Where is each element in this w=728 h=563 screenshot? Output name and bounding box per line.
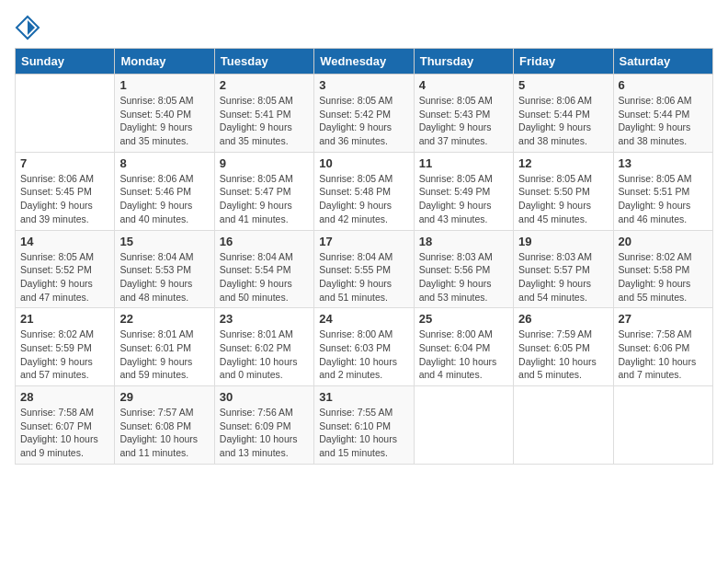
day-info: Sunrise: 8:05 AMSunset: 5:40 PMDaylight:… bbox=[119, 94, 209, 148]
day-info: Sunrise: 8:00 AMSunset: 6:04 PMDaylight:… bbox=[419, 327, 508, 382]
day-number: 4 bbox=[419, 78, 508, 92]
day-number: 13 bbox=[619, 156, 708, 170]
day-cell: 26Sunrise: 7:59 AMSunset: 6:05 PMDayligh… bbox=[514, 308, 613, 386]
header-saturday: Saturday bbox=[613, 49, 712, 75]
day-number: 28 bbox=[20, 390, 109, 404]
day-info: Sunrise: 8:05 AMSunset: 5:47 PMDaylight:… bbox=[220, 172, 309, 226]
day-cell bbox=[16, 75, 115, 153]
day-info: Sunrise: 8:03 AMSunset: 5:57 PMDaylight:… bbox=[518, 250, 608, 304]
day-number: 29 bbox=[119, 390, 209, 404]
day-cell: 6Sunrise: 8:06 AMSunset: 5:44 PMDaylight… bbox=[613, 75, 712, 153]
day-info: Sunrise: 7:56 AMSunset: 6:09 PMDaylight:… bbox=[220, 406, 309, 460]
header-monday: Monday bbox=[115, 49, 214, 75]
day-number: 14 bbox=[20, 235, 109, 248]
day-cell: 17Sunrise: 8:04 AMSunset: 5:55 PMDayligh… bbox=[314, 230, 414, 308]
day-cell: 20Sunrise: 8:02 AMSunset: 5:58 PMDayligh… bbox=[613, 230, 712, 308]
day-info: Sunrise: 8:05 AMSunset: 5:52 PMDaylight:… bbox=[20, 250, 109, 304]
day-cell: 18Sunrise: 8:03 AMSunset: 5:56 PMDayligh… bbox=[414, 230, 513, 308]
day-info: Sunrise: 8:06 AMSunset: 5:45 PMDaylight:… bbox=[20, 172, 109, 226]
day-number: 30 bbox=[220, 390, 309, 404]
day-number: 23 bbox=[220, 312, 309, 326]
day-cell: 3Sunrise: 8:05 AMSunset: 5:42 PMDaylight… bbox=[314, 75, 414, 153]
week-row-4: 28Sunrise: 7:58 AMSunset: 6:07 PMDayligh… bbox=[16, 386, 713, 465]
day-cell: 10Sunrise: 8:05 AMSunset: 5:48 PMDayligh… bbox=[314, 152, 414, 230]
day-number: 2 bbox=[220, 78, 309, 92]
day-number: 7 bbox=[20, 156, 109, 170]
day-info: Sunrise: 8:05 AMSunset: 5:42 PMDaylight:… bbox=[319, 94, 408, 148]
week-row-0: 1Sunrise: 8:05 AMSunset: 5:40 PMDaylight… bbox=[16, 75, 713, 153]
day-cell: 19Sunrise: 8:03 AMSunset: 5:57 PMDayligh… bbox=[514, 230, 613, 308]
day-cell: 22Sunrise: 8:01 AMSunset: 6:01 PMDayligh… bbox=[115, 308, 214, 386]
day-cell: 21Sunrise: 8:02 AMSunset: 5:59 PMDayligh… bbox=[16, 308, 115, 386]
day-info: Sunrise: 8:05 AMSunset: 5:49 PMDaylight:… bbox=[419, 172, 508, 226]
day-number: 15 bbox=[119, 235, 209, 248]
day-number: 22 bbox=[119, 312, 209, 326]
day-number: 17 bbox=[319, 235, 408, 248]
day-info: Sunrise: 8:04 AMSunset: 5:55 PMDaylight:… bbox=[319, 250, 408, 304]
day-info: Sunrise: 8:05 AMSunset: 5:51 PMDaylight:… bbox=[619, 172, 708, 226]
day-number: 1 bbox=[119, 78, 209, 92]
day-number: 10 bbox=[319, 156, 408, 170]
day-cell: 25Sunrise: 8:00 AMSunset: 6:04 PMDayligh… bbox=[414, 308, 513, 386]
day-number: 21 bbox=[20, 312, 109, 326]
day-number: 9 bbox=[220, 156, 309, 170]
week-row-2: 14Sunrise: 8:05 AMSunset: 5:52 PMDayligh… bbox=[16, 230, 713, 308]
day-info: Sunrise: 8:04 AMSunset: 5:54 PMDaylight:… bbox=[220, 250, 309, 304]
logo-icon bbox=[15, 15, 40, 40]
day-cell bbox=[514, 386, 613, 465]
day-cell: 2Sunrise: 8:05 AMSunset: 5:41 PMDaylight… bbox=[214, 75, 313, 153]
calendar-table: SundayMondayTuesdayWednesdayThursdayFrid… bbox=[15, 48, 713, 465]
day-number: 3 bbox=[319, 78, 408, 92]
day-cell: 5Sunrise: 8:06 AMSunset: 5:44 PMDaylight… bbox=[514, 75, 613, 153]
day-info: Sunrise: 8:05 AMSunset: 5:41 PMDaylight:… bbox=[220, 94, 309, 148]
page-header bbox=[15, 15, 713, 40]
day-cell: 27Sunrise: 7:58 AMSunset: 6:06 PMDayligh… bbox=[613, 308, 712, 386]
week-row-3: 21Sunrise: 8:02 AMSunset: 5:59 PMDayligh… bbox=[16, 308, 713, 386]
day-number: 8 bbox=[119, 156, 209, 170]
day-number: 11 bbox=[419, 156, 508, 170]
day-cell: 1Sunrise: 8:05 AMSunset: 5:40 PMDaylight… bbox=[115, 75, 214, 153]
header-wednesday: Wednesday bbox=[314, 49, 414, 75]
day-cell: 13Sunrise: 8:05 AMSunset: 5:51 PMDayligh… bbox=[613, 152, 712, 230]
day-info: Sunrise: 8:02 AMSunset: 5:59 PMDaylight:… bbox=[20, 327, 109, 382]
day-info: Sunrise: 8:01 AMSunset: 6:01 PMDaylight:… bbox=[119, 327, 209, 382]
day-info: Sunrise: 8:05 AMSunset: 5:50 PMDaylight:… bbox=[518, 172, 608, 226]
day-cell: 4Sunrise: 8:05 AMSunset: 5:43 PMDaylight… bbox=[414, 75, 513, 153]
day-info: Sunrise: 8:05 AMSunset: 5:48 PMDaylight:… bbox=[319, 172, 408, 226]
day-cell: 14Sunrise: 8:05 AMSunset: 5:52 PMDayligh… bbox=[16, 230, 115, 308]
day-number: 20 bbox=[619, 235, 708, 248]
day-info: Sunrise: 8:00 AMSunset: 6:03 PMDaylight:… bbox=[319, 327, 408, 382]
day-cell: 23Sunrise: 8:01 AMSunset: 6:02 PMDayligh… bbox=[214, 308, 313, 386]
day-cell: 7Sunrise: 8:06 AMSunset: 5:45 PMDaylight… bbox=[16, 152, 115, 230]
day-number: 6 bbox=[619, 78, 708, 92]
header-tuesday: Tuesday bbox=[214, 49, 313, 75]
day-info: Sunrise: 7:58 AMSunset: 6:07 PMDaylight:… bbox=[20, 406, 109, 460]
day-number: 19 bbox=[518, 235, 608, 248]
day-cell bbox=[613, 386, 712, 465]
calendar-header-row: SundayMondayTuesdayWednesdayThursdayFrid… bbox=[16, 49, 713, 75]
day-cell: 24Sunrise: 8:00 AMSunset: 6:03 PMDayligh… bbox=[314, 308, 414, 386]
day-info: Sunrise: 8:01 AMSunset: 6:02 PMDaylight:… bbox=[220, 327, 309, 382]
day-info: Sunrise: 7:55 AMSunset: 6:10 PMDaylight:… bbox=[319, 406, 408, 460]
day-number: 18 bbox=[419, 235, 508, 248]
week-row-1: 7Sunrise: 8:06 AMSunset: 5:45 PMDaylight… bbox=[16, 152, 713, 230]
day-cell: 29Sunrise: 7:57 AMSunset: 6:08 PMDayligh… bbox=[115, 386, 214, 465]
day-info: Sunrise: 8:05 AMSunset: 5:43 PMDaylight:… bbox=[419, 94, 508, 148]
day-number: 5 bbox=[518, 78, 608, 92]
day-info: Sunrise: 8:03 AMSunset: 5:56 PMDaylight:… bbox=[419, 250, 508, 304]
day-cell: 8Sunrise: 8:06 AMSunset: 5:46 PMDaylight… bbox=[115, 152, 214, 230]
day-number: 26 bbox=[518, 312, 608, 326]
day-info: Sunrise: 7:59 AMSunset: 6:05 PMDaylight:… bbox=[518, 327, 608, 382]
day-info: Sunrise: 8:06 AMSunset: 5:46 PMDaylight:… bbox=[119, 172, 209, 226]
day-number: 12 bbox=[518, 156, 608, 170]
day-number: 16 bbox=[220, 235, 309, 248]
day-cell: 9Sunrise: 8:05 AMSunset: 5:47 PMDaylight… bbox=[214, 152, 313, 230]
day-cell: 31Sunrise: 7:55 AMSunset: 6:10 PMDayligh… bbox=[314, 386, 414, 465]
day-cell: 28Sunrise: 7:58 AMSunset: 6:07 PMDayligh… bbox=[16, 386, 115, 465]
day-info: Sunrise: 8:06 AMSunset: 5:44 PMDaylight:… bbox=[518, 94, 608, 148]
header-thursday: Thursday bbox=[414, 49, 513, 75]
day-number: 27 bbox=[619, 312, 708, 326]
day-info: Sunrise: 7:57 AMSunset: 6:08 PMDaylight:… bbox=[119, 406, 209, 460]
header-friday: Friday bbox=[514, 49, 613, 75]
day-cell: 11Sunrise: 8:05 AMSunset: 5:49 PMDayligh… bbox=[414, 152, 513, 230]
